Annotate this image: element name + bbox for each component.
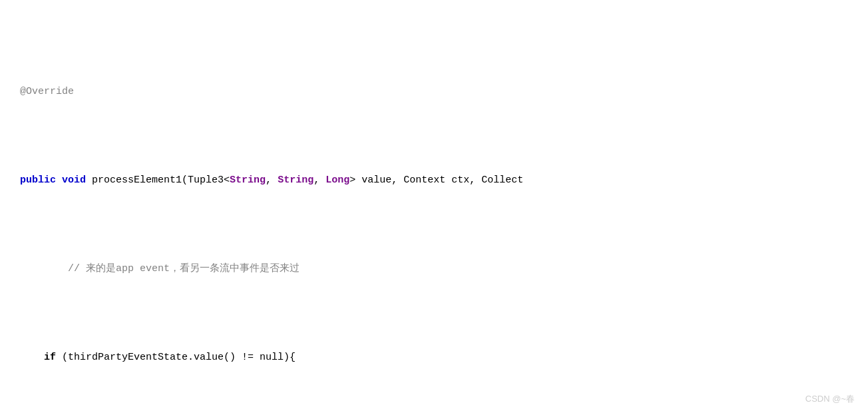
if-condition: (thirdPartyEventState.value() != null){: [56, 349, 296, 366]
code-container: @Override public void processElement1(Tu…: [0, 0, 868, 413]
annotation-override: @Override: [20, 83, 74, 101]
method-signature: processElement1(Tuple3<: [86, 172, 230, 189]
comment-app-event: // 来的是app event，看另一条流中事件是否来过: [68, 260, 300, 278]
csdn-watermark: CSDN @~春: [805, 393, 855, 405]
line-comment-1: // 来的是app event，看另一条流中事件是否来过: [20, 260, 848, 279]
kw-void: void: [62, 172, 86, 189]
kw-if: if: [44, 349, 56, 366]
line-override: @Override: [20, 83, 848, 102]
kw-public: public: [20, 172, 56, 189]
line-if: if (thirdPartyEventState.value() != null…: [20, 349, 848, 368]
code-block: @Override public void processElement1(Tu…: [0, 13, 868, 413]
line-signature: public void processElement1(Tuple3<Strin…: [20, 172, 848, 191]
